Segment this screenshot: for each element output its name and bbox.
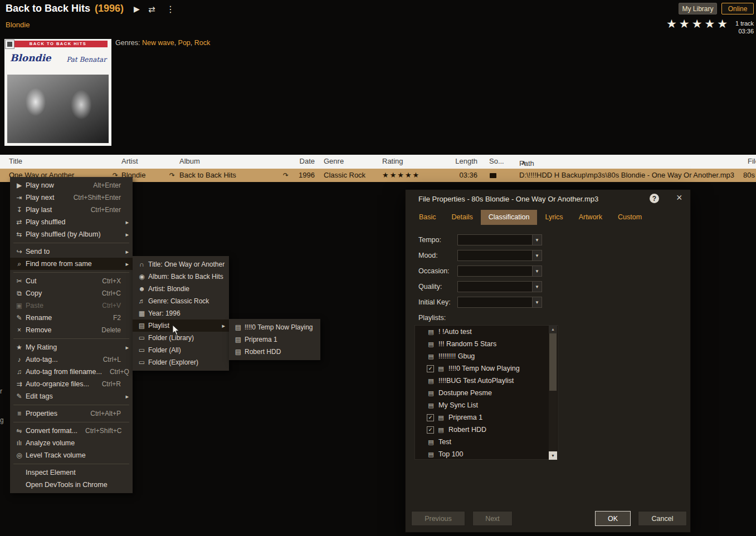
table-header[interactable]: Title Artist Album Date Genre Rating Len… — [0, 155, 756, 169]
cell-file[interactable]: 80s — [743, 171, 755, 179]
submenu-item[interactable]: ▭ Folder (All) — [133, 344, 229, 356]
dialog-tab[interactable]: Custom — [610, 210, 650, 225]
context-menu-item[interactable]: ılı Analyze volume — [10, 437, 133, 449]
context-menu-item[interactable]: ♪ Auto-tag... Ctrl+L — [10, 353, 133, 366]
field-combobox[interactable]: ▼ — [457, 234, 542, 245]
field-combobox[interactable]: ▼ — [457, 281, 542, 292]
column-file[interactable]: File — [748, 157, 756, 165]
shuffle-icon[interactable]: ⇄ — [148, 4, 155, 14]
context-menu-item[interactable]: ⧉ Copy Ctrl+C — [10, 287, 133, 299]
cell-length[interactable]: 03:36 — [443, 171, 477, 179]
help-icon[interactable]: ? — [650, 194, 659, 203]
playlist-row[interactable]: ✓ ▤ !!!!0 Temp Now Playing — [415, 362, 558, 375]
cell-date[interactable]: 1996 — [281, 171, 315, 179]
submenu-item[interactable]: ☻ Artist: Blondie — [133, 283, 229, 295]
submenu-item[interactable]: ▦ Year: 1996 — [133, 307, 229, 319]
genre-link[interactable]: New wave — [142, 39, 174, 47]
cell-rating-stars[interactable]: ★★★★★ — [382, 171, 420, 179]
field-combobox[interactable]: ▼ — [457, 250, 542, 261]
submenu-item[interactable]: ▭ Folder (Explorer) — [133, 356, 229, 368]
playlist-submenu-item[interactable]: ▤ !!!!0 Temp Now Playing — [229, 321, 320, 333]
context-menu-item[interactable]: Open DevTools in Chrome — [10, 479, 133, 491]
submenu-item[interactable]: ∩ Title: One Way or Another — [133, 258, 229, 271]
column-artist[interactable]: Artist — [121, 157, 138, 165]
scrollbar-thumb[interactable] — [549, 333, 557, 391]
ok-button[interactable]: OK — [595, 511, 631, 526]
submenu-item[interactable]: ▤ Playlist ▸ — [133, 319, 229, 332]
checkbox-checked-icon[interactable]: ✓ — [427, 426, 434, 434]
column-length[interactable]: Length — [443, 157, 477, 165]
context-menu-item[interactable]: ⇋ Convert format... Ctrl+Shift+C — [10, 425, 133, 437]
context-menu-item[interactable]: ★ My Rating ▸ — [10, 341, 133, 353]
playlist-row[interactable]: ✓ ▤ Robert HDD — [415, 424, 558, 436]
context-menu-item[interactable]: ✎ Edit tags ▸ — [10, 390, 133, 402]
cancel-button[interactable]: Cancel — [638, 511, 687, 526]
context-menu-item[interactable]: ▶ Play now Alt+Enter — [10, 179, 133, 191]
genre-link[interactable]: Rock — [194, 39, 210, 47]
checkbox-checked-icon[interactable]: ✓ — [427, 365, 434, 372]
column-album[interactable]: Album — [179, 157, 200, 165]
dialog-tab[interactable]: Artwork — [571, 210, 610, 225]
submenu-item[interactable]: ▭ Folder (Library) — [133, 332, 229, 344]
context-menu-item[interactable]: ◎ Level Track volume — [10, 449, 133, 461]
genre-link[interactable]: Pop — [178, 39, 191, 47]
chevron-down-icon[interactable]: ▼ — [532, 297, 542, 307]
next-button[interactable]: Next — [472, 511, 513, 526]
playlist-row[interactable]: ✓ ▤ My Sync List — [415, 399, 558, 411]
context-menu-item[interactable]: ↧ Play last Ctrl+Enter — [10, 204, 133, 216]
cell-album[interactable]: Back to Back Hits — [179, 171, 236, 179]
more-options-icon[interactable]: ⋮ — [166, 4, 175, 14]
save-artwork-icon[interactable] — [5, 40, 14, 49]
playlist-row[interactable]: ✓ ▤ Dostupne Pesme — [415, 387, 558, 399]
column-source[interactable]: So... — [489, 157, 504, 165]
column-date[interactable]: Date — [281, 157, 315, 165]
playlist-row[interactable]: ✓ ▤ Top 100 — [415, 448, 558, 460]
online-button[interactable]: Online — [721, 3, 754, 14]
context-menu-item[interactable]: Inspect Element — [10, 466, 133, 479]
artist-link[interactable]: Blondie — [6, 21, 30, 29]
playlist-row[interactable]: ✓ ▤ ! !Auto test — [415, 326, 558, 338]
chevron-down-icon[interactable]: ▼ — [532, 235, 542, 245]
dialog-tab[interactable]: Basic — [411, 210, 444, 225]
context-menu-item[interactable]: ✎ Rename F2 — [10, 312, 133, 324]
chevron-down-icon[interactable]: ▼ — [532, 250, 542, 260]
submenu-item[interactable]: ◉ Album: Back to Back Hits — [133, 271, 229, 283]
context-menu-item[interactable]: ⇉ Auto-organize files... Ctrl+R — [10, 378, 133, 390]
album-rating-stars[interactable]: ★★★★★ — [666, 17, 730, 31]
column-rating[interactable]: Rating — [382, 157, 403, 165]
playlist-row[interactable]: ✓ ▤ !!!!BUG Test AutoPlaylist — [415, 375, 558, 387]
cell-path[interactable]: D:\!!!!HDD H Backup\mp3s\80s Blondie - O… — [519, 171, 734, 179]
submenu-item[interactable]: ♬ Genre: Classic Rock — [133, 295, 229, 307]
my-library-button[interactable]: My Library — [679, 3, 717, 14]
scroll-down-icon[interactable]: ▼ — [549, 451, 557, 460]
context-menu-item[interactable]: ⇥ Play next Ctrl+Shift+Enter — [10, 191, 133, 204]
column-genre[interactable]: Genre — [324, 157, 344, 165]
close-icon[interactable]: × — [676, 192, 682, 204]
chevron-down-icon[interactable]: ▼ — [532, 266, 542, 276]
scroll-up-icon[interactable]: ▲ — [549, 325, 557, 333]
playlist-submenu-item[interactable]: ▤ Robert HDD — [229, 346, 320, 358]
context-menu-item[interactable]: ↪ Send to ▸ — [10, 245, 133, 258]
dialog-tab[interactable]: Details — [444, 210, 481, 225]
dialog-tab[interactable]: Lyrics — [537, 210, 570, 225]
context-menu-item[interactable]: ⇆ Play shuffled (by Album) ▸ — [10, 228, 133, 240]
chevron-down-icon[interactable]: ▼ — [532, 282, 542, 292]
playlist-row[interactable]: ✓ ▤ !!! Random 5 Stars — [415, 338, 558, 350]
context-menu-item[interactable]: ▣ Paste Ctrl+V — [10, 299, 133, 312]
context-menu-item[interactable]: ⌕ Find more from same ▸ — [10, 258, 133, 270]
playlists-scrollbar[interactable]: ▲ ▼ — [549, 325, 557, 460]
field-combobox[interactable]: ▼ — [457, 297, 542, 308]
context-menu-item[interactable]: ≡ Properties Ctrl+Alt+P — [10, 407, 133, 420]
context-menu-item[interactable]: ✂ Cut Ctrl+X — [10, 275, 133, 287]
dialog-tab[interactable]: Classification — [481, 210, 538, 225]
play-icon[interactable]: ▶ — [134, 4, 140, 13]
context-menu-item[interactable]: × Remove Delete — [10, 324, 133, 336]
cell-genre[interactable]: Classic Rock — [324, 171, 365, 179]
playlist-row[interactable]: ✓ ▤ Priprema 1 — [415, 411, 558, 424]
checkbox-checked-icon[interactable]: ✓ — [427, 414, 434, 421]
context-menu-item[interactable]: ⇄ Play shuffled ▸ — [10, 216, 133, 228]
column-title[interactable]: Title — [9, 157, 22, 165]
playlist-row[interactable]: ✓ ▤ Test — [415, 436, 558, 448]
playlist-row[interactable]: ✓ ▤ !!!!!!!!! Gbug — [415, 350, 558, 362]
field-combobox[interactable]: ▼ — [457, 265, 542, 277]
